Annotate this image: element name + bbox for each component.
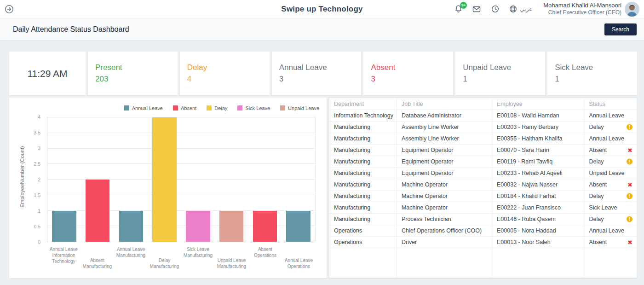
status-cell: Absent✖	[584, 179, 637, 190]
x-label: Unpaid LeaveManufacturing	[215, 244, 248, 273]
messages-button[interactable]	[472, 5, 481, 14]
job-title-cell: Equipment Operator	[397, 156, 492, 167]
bar-slot	[181, 117, 215, 242]
job-title-cell: Driver	[397, 237, 492, 248]
employee-cell: E00070 - Sara Hariri	[492, 145, 584, 156]
legend-swatch	[280, 105, 285, 111]
bar-delay-manufacturing[interactable]	[152, 117, 176, 242]
envelope-icon	[472, 5, 481, 14]
y-tick: 2.5	[34, 161, 40, 167]
table-row[interactable]: ManufacturingAssembly Line WorkerE00203 …	[329, 122, 637, 133]
x-label: AbsentManufacturing	[80, 244, 114, 273]
department-cell: Manufacturing	[329, 122, 397, 133]
table-row[interactable]: OperationsDriverE00013 - Noor SalehAbsen…	[329, 237, 637, 248]
column-header-job-title[interactable]: Job Title	[397, 98, 492, 110]
table-row[interactable]: ManufacturingMachine OperatorE00184 - Kh…	[329, 191, 637, 202]
page-header: Daily Attendance Status Dashboard Search	[0, 18, 644, 41]
legend-item-absent[interactable]: Absent	[173, 104, 196, 112]
column-header-status[interactable]: Status	[584, 98, 637, 110]
department-cell: Manufacturing	[329, 168, 397, 179]
bar-absent-operations[interactable]	[253, 211, 277, 242]
summary-card-delay[interactable]: Delay4	[180, 52, 270, 95]
summary-card-unpaid-leave[interactable]: Unpaid Leave1	[455, 52, 545, 95]
employee-cell: E00013 - Noor Saleh	[492, 237, 584, 248]
user-menu[interactable]: Mohamad Khalid Al-Mansoori Chief Executi…	[543, 2, 639, 17]
language-label: عربي	[520, 6, 532, 12]
status-cell: Absent✖	[584, 237, 637, 248]
employee-cell: E00005 - Nora Haddad	[492, 225, 584, 236]
summary-card-annual-leave[interactable]: Annual Leave3	[272, 52, 362, 95]
employee-cell: E00108 - Walid Hamdan	[492, 110, 584, 121]
table-row[interactable]: ManufacturingEquipment OperatorE00233 - …	[329, 168, 637, 179]
card-label: Absent	[371, 63, 446, 72]
status-cell: Delay!	[584, 156, 637, 167]
attendance-table: DepartmentJob TitleEmployeeStatus Inform…	[329, 98, 637, 278]
bar-slot	[47, 117, 81, 242]
department-cell: Manufacturing	[329, 179, 397, 190]
bar-annual-leave-information-technology[interactable]	[52, 211, 76, 242]
department-cell: Manufacturing	[329, 133, 397, 144]
topbar-actions: 9+ عربي Mohamad Khalid Al-Mansoori	[454, 2, 639, 17]
y-tick: 1.5	[34, 192, 40, 198]
legend-item-annual-leave[interactable]: Annual Leave	[124, 104, 163, 112]
x-label: DelayManufacturing	[148, 244, 181, 273]
column-header-employee[interactable]: Employee	[492, 98, 584, 110]
notifications-button[interactable]: 9+	[454, 5, 463, 14]
attendance-chart-panel: Annual LeaveAbsentDelaySick LeaveUnpaid …	[9, 98, 327, 278]
bar-annual-leave-manufacturing[interactable]	[119, 211, 143, 242]
delay-warning-icon: !	[627, 216, 632, 222]
user-role: Chief Executive Officer (CEO)	[543, 9, 621, 16]
legend-swatch	[173, 105, 178, 111]
table-row[interactable]: ManufacturingEquipment OperatorE00070 - …	[329, 145, 637, 156]
y-tick: 0.5	[34, 224, 40, 229]
bar-slot	[282, 117, 315, 242]
employee-cell: E00119 - Rami Tawfiq	[492, 156, 584, 167]
job-title-cell: Machine Operator	[397, 202, 492, 213]
language-switcher[interactable]: عربي	[509, 5, 532, 13]
x-axis-labels: Annual LeaveInformation TechnologyAbsent…	[47, 244, 316, 273]
x-label: Annual LeaveManufacturing	[114, 244, 148, 273]
notification-badge: 9+	[460, 2, 467, 9]
legend-item-delay[interactable]: Delay	[207, 104, 227, 112]
search-button[interactable]: Search	[604, 23, 637, 35]
column-header-department[interactable]: Department	[329, 98, 397, 110]
summary-card-time[interactable]: 11:29 AM	[9, 52, 86, 95]
bar-sick-leave-manufacturing[interactable]	[186, 211, 210, 242]
legend-item-unpaid-leave[interactable]: Unpaid Leave	[280, 104, 319, 112]
table-row[interactable]: OperationsChief Operations Officer (COO)…	[329, 225, 637, 237]
table-row[interactable]: ManufacturingMachine OperatorE00222 - Ju…	[329, 202, 637, 214]
table-row[interactable]: ManufacturingEquipment OperatorE00119 - …	[329, 156, 637, 168]
job-title-cell: Machine Operator	[397, 179, 492, 190]
legend-item-sick-leave[interactable]: Sick Leave	[237, 104, 270, 112]
status-cell: Annual Leave	[584, 225, 637, 236]
table-filler-row	[329, 248, 637, 278]
history-button[interactable]	[490, 5, 500, 14]
status-cell: Delay!	[584, 191, 637, 202]
department-cell: Operations	[329, 237, 397, 248]
employee-cell: E00146 - Ruba Qasem	[492, 214, 584, 225]
table-row[interactable]: ManufacturingProcess TechnicianE00146 - …	[329, 214, 637, 225]
avatar	[625, 2, 639, 17]
table-row[interactable]: ManufacturingAssembly Line WorkerE00355 …	[329, 133, 637, 145]
table-row[interactable]: ManufacturingMachine OperatorE00032 - Na…	[329, 179, 637, 191]
table-row[interactable]: Information TechnologyDatabase Administr…	[329, 110, 637, 122]
summary-card-present[interactable]: Present203	[88, 52, 178, 95]
employee-cell: E00032 - Najwa Nasser	[492, 179, 584, 190]
legend-swatch	[237, 105, 242, 111]
y-tick: 4	[38, 114, 40, 120]
card-value: 1	[463, 75, 538, 84]
status-cell: Annual Leave	[584, 110, 637, 121]
bar-absent-manufacturing[interactable]	[86, 180, 109, 242]
user-name: Mohamad Khalid Al-Mansoori	[543, 2, 621, 9]
y-tick: 3	[38, 145, 40, 151]
card-label: Unpaid Leave	[463, 63, 538, 72]
summary-card-absent[interactable]: Absent3	[363, 52, 453, 95]
bar-unpaid-leave-manufacturing[interactable]	[219, 211, 243, 242]
x-label: Annual LeaveInformation Technology	[47, 244, 80, 273]
bar-annual-leave-operations[interactable]	[286, 211, 310, 242]
card-value: 3	[279, 75, 354, 84]
employee-cell: E00222 - Juan Fransisco	[492, 202, 584, 213]
table-header-row: DepartmentJob TitleEmployeeStatus	[329, 98, 637, 110]
summary-card-sick-leave[interactable]: Sick Leave1	[547, 52, 637, 95]
delay-warning-icon: !	[627, 124, 632, 130]
